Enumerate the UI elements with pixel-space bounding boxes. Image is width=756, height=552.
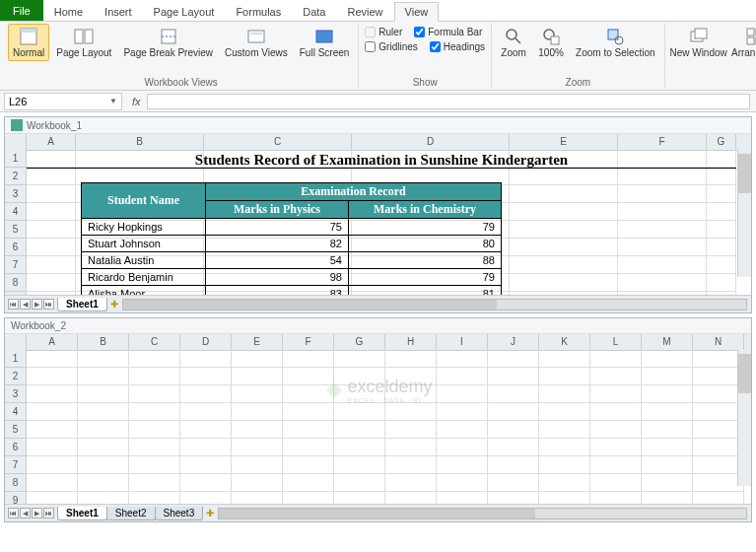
cell[interactable] <box>232 439 283 456</box>
table-row[interactable]: Ricardo Benjamin9879 <box>82 269 502 286</box>
name-box[interactable]: L26▼ <box>4 93 122 110</box>
cell-physics[interactable]: 54 <box>206 252 349 269</box>
col-header[interactable]: K <box>539 334 590 350</box>
row-header[interactable]: 2 <box>5 168 27 185</box>
col-header[interactable]: H <box>385 334 437 350</box>
row-header[interactable]: 4 <box>5 403 27 421</box>
cell[interactable] <box>385 368 437 385</box>
tab-view[interactable]: View <box>394 2 440 22</box>
col-header[interactable]: N <box>693 334 744 350</box>
cell[interactable] <box>488 421 539 439</box>
cell[interactable] <box>693 492 744 504</box>
vertical-scrollbar[interactable] <box>737 150 751 277</box>
col-header[interactable]: E <box>510 134 618 150</box>
cell[interactable] <box>334 421 385 439</box>
cell[interactable] <box>27 474 78 492</box>
cell[interactable] <box>488 474 539 492</box>
cell[interactable] <box>590 474 642 492</box>
ruler-checkbox[interactable]: Ruler <box>363 26 404 38</box>
cell[interactable] <box>78 456 129 474</box>
cell[interactable] <box>488 385 539 403</box>
cell[interactable] <box>334 439 385 456</box>
row-header[interactable]: 1 <box>5 350 27 368</box>
cell[interactable] <box>180 385 232 403</box>
cell[interactable] <box>539 456 590 474</box>
col-header[interactable]: M <box>642 334 693 350</box>
vertical-scrollbar-2[interactable] <box>737 350 751 486</box>
cell[interactable] <box>385 439 437 456</box>
zoom-selection-button[interactable]: Zoom to Selection <box>571 24 660 61</box>
cell[interactable] <box>180 421 232 439</box>
cell[interactable] <box>642 421 693 439</box>
cell[interactable] <box>642 439 693 456</box>
cell[interactable] <box>590 421 642 439</box>
cell[interactable] <box>27 456 78 474</box>
cell[interactable] <box>642 368 693 385</box>
page-layout-button[interactable]: Page Layout <box>51 24 116 61</box>
cell-chemistry[interactable]: 79 <box>349 219 502 236</box>
cell[interactable] <box>642 385 693 403</box>
cell[interactable] <box>590 456 642 474</box>
col-header[interactable]: I <box>437 334 488 350</box>
row-header[interactable]: 8 <box>5 274 27 292</box>
tab-nav-last[interactable]: ⏭ <box>43 299 54 310</box>
sheet-tab[interactable]: Sheet1 <box>57 298 107 311</box>
cell[interactable] <box>539 368 590 385</box>
tab-nav-next[interactable]: ▶ <box>32 299 42 310</box>
cell-physics[interactable]: 82 <box>206 236 349 252</box>
zoom-button[interactable]: Zoom <box>496 24 531 61</box>
custom-views-button[interactable]: Custom Views <box>220 24 293 61</box>
row-header[interactable]: 7 <box>5 456 27 474</box>
horizontal-scrollbar[interactable] <box>122 299 747 310</box>
tab-page-layout[interactable]: Page Layout <box>143 2 226 21</box>
col-header[interactable]: J <box>488 334 539 350</box>
cell[interactable] <box>334 492 385 504</box>
cell[interactable] <box>129 385 180 403</box>
cell[interactable] <box>129 492 180 504</box>
cell[interactable] <box>129 421 180 439</box>
cell[interactable] <box>539 439 590 456</box>
cell[interactable] <box>232 385 283 403</box>
cell[interactable] <box>437 403 488 421</box>
cell[interactable] <box>180 492 232 504</box>
tab-formulas[interactable]: Formulas <box>225 2 292 21</box>
cell[interactable] <box>590 368 642 385</box>
cell[interactable] <box>232 492 283 504</box>
cell-chemistry[interactable]: 81 <box>349 286 502 296</box>
cell[interactable] <box>180 350 232 368</box>
cell[interactable] <box>385 385 437 403</box>
namebox-dropdown-icon[interactable]: ▼ <box>109 97 117 105</box>
cell[interactable] <box>78 368 129 385</box>
col-header[interactable]: D <box>352 134 510 150</box>
cell[interactable] <box>437 492 488 504</box>
tab-nav-prev[interactable]: ◀ <box>20 299 31 310</box>
row-header[interactable]: 2 <box>5 368 27 385</box>
cell[interactable] <box>590 385 642 403</box>
cell-physics[interactable]: 98 <box>206 269 349 286</box>
cell[interactable] <box>590 492 642 504</box>
cell[interactable] <box>488 439 539 456</box>
cell-chemistry[interactable]: 80 <box>349 236 502 252</box>
horizontal-scrollbar-2[interactable] <box>218 508 747 519</box>
row-header[interactable]: 6 <box>5 439 27 456</box>
cell[interactable] <box>129 368 180 385</box>
cell[interactable] <box>180 474 232 492</box>
col-header[interactable]: E <box>232 334 283 350</box>
cell-name[interactable]: Alisha Moor <box>82 286 206 296</box>
cell[interactable] <box>27 350 78 368</box>
cell[interactable] <box>334 474 385 492</box>
sheet-tab[interactable]: Sheet1 <box>57 507 107 520</box>
cell[interactable] <box>590 403 642 421</box>
cell[interactable] <box>283 439 334 456</box>
cell[interactable] <box>539 350 590 368</box>
cell[interactable] <box>642 403 693 421</box>
row-header[interactable]: 7 <box>5 256 27 274</box>
tab-nav-first-2[interactable]: ⏮ <box>8 508 19 518</box>
row-header[interactable]: 3 <box>5 185 27 203</box>
tab-insert[interactable]: Insert <box>94 2 143 21</box>
cell-name[interactable]: Ricardo Benjamin <box>82 269 206 286</box>
cell[interactable] <box>334 385 385 403</box>
col-header[interactable]: G <box>334 334 385 350</box>
cell[interactable] <box>334 403 385 421</box>
cell[interactable] <box>129 350 180 368</box>
